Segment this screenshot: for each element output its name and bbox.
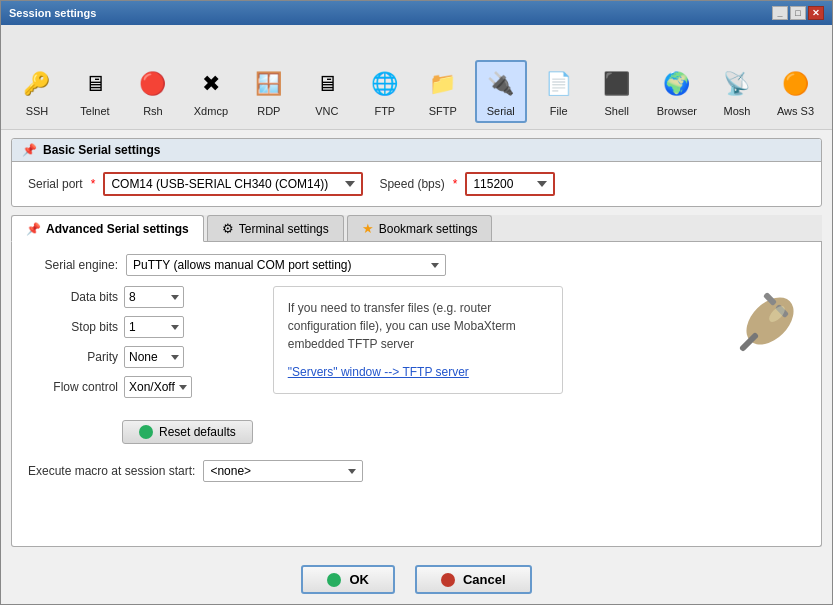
flow-control-row: Flow control Xon/Xoff xyxy=(28,376,253,398)
engine-select[interactable]: PuTTY (allows manual COM port setting) xyxy=(126,254,446,276)
advanced-serial-tab-label: Advanced Serial settings xyxy=(46,222,189,236)
basic-serial-header: 📌 Basic Serial settings xyxy=(12,139,821,162)
toolbar-item-aws_s3[interactable]: 🟠Aws S3 xyxy=(769,60,822,123)
macro-select[interactable]: <none> xyxy=(203,460,363,482)
bookmark-settings-tab-label: Bookmark settings xyxy=(379,222,478,236)
session-settings-window: Session settings _ □ ✕ 🔑SSH🖥Telnet🔴Rsh✖X… xyxy=(0,0,833,605)
reset-icon xyxy=(139,425,153,439)
rdp-icon: 🪟 xyxy=(251,66,287,102)
macro-row: Execute macro at session start: <none> xyxy=(28,452,805,490)
reset-defaults-button[interactable]: Reset defaults xyxy=(122,420,253,444)
reset-btn-container: Reset defaults xyxy=(122,412,253,444)
window-title: Session settings xyxy=(9,7,96,19)
basic-serial-body: Serial port * COM14 (USB-SERIAL CH340 (C… xyxy=(12,162,821,206)
toolbar-item-browser[interactable]: 🌍Browser xyxy=(649,60,705,123)
stop-bits-row: Stop bits 1 xyxy=(28,316,253,338)
toolbar-item-rsh[interactable]: 🔴Rsh xyxy=(127,60,179,123)
parity-select[interactable]: None xyxy=(124,346,184,368)
aws_s3-icon: 🟠 xyxy=(777,66,813,102)
minimize-button[interactable]: _ xyxy=(772,6,788,20)
main-content: 📌 Basic Serial settings Serial port * CO… xyxy=(1,130,832,555)
speed-select[interactable]: 115200 xyxy=(465,172,555,196)
basic-serial-form-row: Serial port * COM14 (USB-SERIAL CH340 (C… xyxy=(28,172,805,196)
toolbar-item-mosh[interactable]: 📡Mosh xyxy=(711,60,763,123)
basic-serial-icon: 📌 xyxy=(22,143,37,157)
toolbar-item-sftp[interactable]: 📁SFTP xyxy=(417,60,469,123)
file-icon: 📄 xyxy=(541,66,577,102)
engine-label: Serial engine: xyxy=(28,258,118,272)
advanced-tabs-bar: 📌 Advanced Serial settings ⚙ Terminal se… xyxy=(11,215,822,242)
toolbar-item-shell[interactable]: ⬛Shell xyxy=(591,60,643,123)
maximize-button[interactable]: □ xyxy=(790,6,806,20)
cancel-icon xyxy=(441,573,455,587)
cancel-button[interactable]: Cancel xyxy=(415,565,532,594)
mosh-label: Mosh xyxy=(724,105,751,117)
ok-icon xyxy=(327,573,341,587)
terminal-settings-icon: ⚙ xyxy=(222,221,234,236)
toolbar-item-xdmcp[interactable]: ✖Xdmcp xyxy=(185,60,237,123)
serial-port-required: * xyxy=(91,177,96,191)
flow-control-select[interactable]: Xon/Xoff xyxy=(124,376,192,398)
toolbar-item-ftp[interactable]: 🌐FTP xyxy=(359,60,411,123)
mosh-icon: 📡 xyxy=(719,66,755,102)
macro-label: Execute macro at session start: xyxy=(28,464,195,478)
title-bar: Session settings _ □ ✕ xyxy=(1,1,832,25)
file-label: File xyxy=(550,105,568,117)
tab-terminal-settings[interactable]: ⚙ Terminal settings xyxy=(207,215,344,241)
info-text: If you need to transfer files (e.g. rout… xyxy=(288,301,516,351)
browser-label: Browser xyxy=(657,105,697,117)
sftp-icon: 📁 xyxy=(425,66,461,102)
ok-button[interactable]: OK xyxy=(301,565,395,594)
flow-control-label: Flow control xyxy=(28,380,118,394)
tab-bookmark-settings[interactable]: ★ Bookmark settings xyxy=(347,215,493,241)
ssh-label: SSH xyxy=(26,105,49,117)
speed-label: Speed (bps) xyxy=(379,177,444,191)
sftp-label: SFTP xyxy=(429,105,457,117)
bookmark-settings-icon: ★ xyxy=(362,221,374,236)
shell-icon: ⬛ xyxy=(599,66,635,102)
toolbar-item-telnet[interactable]: 🖥Telnet xyxy=(69,60,121,123)
serial-engine-row: Serial engine: PuTTY (allows manual COM … xyxy=(28,254,805,276)
rsh-icon: 🔴 xyxy=(135,66,171,102)
serial-icon: 🔌 xyxy=(483,66,519,102)
serial-label: Serial xyxy=(487,105,515,117)
toolbar-item-serial[interactable]: 🔌Serial xyxy=(475,60,527,123)
data-bits-row: Data bits 8 xyxy=(28,286,253,308)
tab-advanced-serial[interactable]: 📌 Advanced Serial settings xyxy=(11,215,204,242)
bottom-buttons: OK Cancel xyxy=(1,555,832,604)
vnc-label: VNC xyxy=(315,105,338,117)
toolbar-item-rdp[interactable]: 🪟RDP xyxy=(243,60,295,123)
terminal-settings-tab-label: Terminal settings xyxy=(239,222,329,236)
reset-label: Reset defaults xyxy=(159,425,236,439)
advanced-serial-body: Serial engine: PuTTY (allows manual COM … xyxy=(12,242,821,496)
adv-main-area: Data bits 8 Stop bits 1 xyxy=(28,286,805,444)
title-bar-controls: _ □ ✕ xyxy=(772,6,824,20)
info-box: If you need to transfer files (e.g. rout… xyxy=(273,286,563,394)
parity-label: Parity xyxy=(28,350,118,364)
vnc-icon: 🖥 xyxy=(309,66,345,102)
advanced-serial-panel: Serial engine: PuTTY (allows manual COM … xyxy=(11,242,822,547)
cancel-label: Cancel xyxy=(463,572,506,587)
toolbar-item-file[interactable]: 📄File xyxy=(533,60,585,123)
speed-group: Speed (bps) * 115200 xyxy=(379,172,555,196)
data-bits-select[interactable]: 8 xyxy=(124,286,184,308)
shell-label: Shell xyxy=(604,105,628,117)
advanced-serial-tab-icon: 📌 xyxy=(26,222,41,236)
ssh-icon: 🔑 xyxy=(19,66,55,102)
adv-left-controls: Data bits 8 Stop bits 1 xyxy=(28,286,253,444)
basic-serial-panel: 📌 Basic Serial settings Serial port * CO… xyxy=(11,138,822,207)
basic-serial-title: Basic Serial settings xyxy=(43,143,160,157)
plug-icon xyxy=(735,286,805,356)
toolbar: 🔑SSH🖥Telnet🔴Rsh✖Xdmcp🪟RDP🖥VNC🌐FTP📁SFTP🔌S… xyxy=(1,25,832,130)
close-button[interactable]: ✕ xyxy=(808,6,824,20)
serial-port-select[interactable]: COM14 (USB-SERIAL CH340 (COM14)) xyxy=(103,172,363,196)
rdp-label: RDP xyxy=(257,105,280,117)
toolbar-item-vnc[interactable]: 🖥VNC xyxy=(301,60,353,123)
xdmcp-icon: ✖ xyxy=(193,66,229,102)
toolbar-item-ssh[interactable]: 🔑SSH xyxy=(11,60,63,123)
aws_s3-label: Aws S3 xyxy=(777,105,814,117)
stop-bits-select[interactable]: 1 xyxy=(124,316,184,338)
ftp-icon: 🌐 xyxy=(367,66,403,102)
data-bits-label: Data bits xyxy=(28,290,118,304)
info-link[interactable]: "Servers" window --> TFTP server xyxy=(288,363,548,381)
